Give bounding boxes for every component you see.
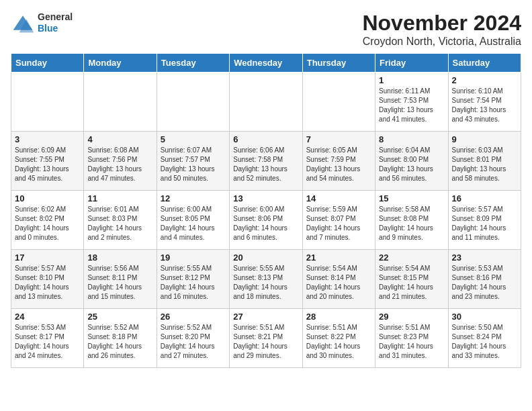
calendar-cell: 28Sunrise: 5:51 AM Sunset: 8:22 PM Dayli… bbox=[302, 309, 375, 368]
weekday-sunday: Sunday bbox=[11, 54, 84, 73]
calendar-week-4: 17Sunrise: 5:57 AM Sunset: 8:10 PM Dayli… bbox=[11, 250, 521, 309]
logo-text: General Blue bbox=[38, 11, 73, 34]
day-number: 4 bbox=[87, 134, 152, 144]
day-number: 19 bbox=[161, 253, 226, 263]
day-info: Sunrise: 5:53 AM Sunset: 8:17 PM Dayligh… bbox=[15, 323, 80, 361]
day-info: Sunrise: 6:08 AM Sunset: 7:56 PM Dayligh… bbox=[87, 146, 152, 183]
day-info: Sunrise: 5:57 AM Sunset: 8:09 PM Dayligh… bbox=[452, 205, 517, 242]
calendar-cell: 19Sunrise: 5:55 AM Sunset: 8:12 PM Dayli… bbox=[157, 250, 229, 309]
calendar-cell: 8Sunrise: 6:04 AM Sunset: 8:00 PM Daylig… bbox=[375, 132, 448, 191]
day-info: Sunrise: 5:54 AM Sunset: 8:14 PM Dayligh… bbox=[306, 264, 371, 302]
calendar-cell bbox=[230, 73, 302, 132]
day-info: Sunrise: 6:05 AM Sunset: 7:59 PM Dayligh… bbox=[306, 146, 371, 183]
calendar-cell: 22Sunrise: 5:54 AM Sunset: 8:15 PM Dayli… bbox=[375, 250, 448, 309]
day-info: Sunrise: 6:04 AM Sunset: 8:00 PM Dayligh… bbox=[379, 146, 444, 183]
calendar-cell: 30Sunrise: 5:50 AM Sunset: 8:24 PM Dayli… bbox=[448, 309, 521, 368]
calendar-cell bbox=[302, 73, 375, 132]
weekday-thursday: Thursday bbox=[302, 54, 375, 73]
month-title: November 2024 bbox=[362, 11, 521, 36]
day-number: 17 bbox=[15, 253, 80, 263]
day-info: Sunrise: 6:09 AM Sunset: 7:55 PM Dayligh… bbox=[15, 146, 80, 183]
calendar-week-2: 3Sunrise: 6:09 AM Sunset: 7:55 PM Daylig… bbox=[11, 132, 521, 191]
day-number: 23 bbox=[452, 253, 517, 263]
day-info: Sunrise: 5:52 AM Sunset: 8:20 PM Dayligh… bbox=[161, 323, 226, 361]
day-info: Sunrise: 6:00 AM Sunset: 8:05 PM Dayligh… bbox=[161, 205, 226, 242]
day-info: Sunrise: 5:59 AM Sunset: 8:07 PM Dayligh… bbox=[306, 205, 371, 242]
day-number: 28 bbox=[306, 312, 371, 322]
calendar-cell: 27Sunrise: 5:51 AM Sunset: 8:21 PM Dayli… bbox=[230, 309, 302, 368]
calendar-cell: 7Sunrise: 6:05 AM Sunset: 7:59 PM Daylig… bbox=[302, 132, 375, 191]
calendar-cell: 16Sunrise: 5:57 AM Sunset: 8:09 PM Dayli… bbox=[448, 191, 521, 250]
calendar-cell: 23Sunrise: 5:53 AM Sunset: 8:16 PM Dayli… bbox=[448, 250, 521, 309]
calendar-cell: 25Sunrise: 5:52 AM Sunset: 8:18 PM Dayli… bbox=[84, 309, 157, 368]
calendar-week-3: 10Sunrise: 6:02 AM Sunset: 8:02 PM Dayli… bbox=[11, 191, 521, 250]
location-title: Croydon North, Victoria, Australia bbox=[362, 36, 521, 48]
day-number: 25 bbox=[87, 312, 152, 322]
weekday-wednesday: Wednesday bbox=[230, 54, 302, 73]
day-number: 26 bbox=[161, 312, 226, 322]
weekday-tuesday: Tuesday bbox=[157, 54, 229, 73]
day-number: 6 bbox=[233, 134, 298, 144]
day-number: 30 bbox=[452, 312, 517, 322]
day-info: Sunrise: 6:07 AM Sunset: 7:57 PM Dayligh… bbox=[161, 146, 226, 183]
day-info: Sunrise: 5:52 AM Sunset: 8:18 PM Dayligh… bbox=[87, 323, 152, 361]
day-info: Sunrise: 5:53 AM Sunset: 8:16 PM Dayligh… bbox=[452, 264, 517, 302]
day-number: 21 bbox=[306, 253, 371, 263]
day-number: 7 bbox=[306, 134, 371, 144]
day-number: 20 bbox=[233, 253, 298, 263]
calendar-cell: 21Sunrise: 5:54 AM Sunset: 8:14 PM Dayli… bbox=[302, 250, 375, 309]
day-number: 3 bbox=[15, 134, 80, 144]
calendar-cell bbox=[84, 73, 157, 132]
day-number: 14 bbox=[306, 193, 371, 203]
day-number: 29 bbox=[379, 312, 444, 322]
day-info: Sunrise: 5:56 AM Sunset: 8:11 PM Dayligh… bbox=[87, 264, 152, 302]
day-info: Sunrise: 6:01 AM Sunset: 8:03 PM Dayligh… bbox=[87, 205, 152, 242]
day-number: 5 bbox=[161, 134, 226, 144]
calendar-cell: 4Sunrise: 6:08 AM Sunset: 7:56 PM Daylig… bbox=[84, 132, 157, 191]
logo-icon bbox=[11, 11, 35, 35]
calendar-cell: 14Sunrise: 5:59 AM Sunset: 8:07 PM Dayli… bbox=[302, 191, 375, 250]
calendar-cell: 5Sunrise: 6:07 AM Sunset: 7:57 PM Daylig… bbox=[157, 132, 229, 191]
day-number: 10 bbox=[15, 193, 80, 203]
calendar-cell: 1Sunrise: 6:11 AM Sunset: 7:53 PM Daylig… bbox=[375, 73, 448, 132]
day-info: Sunrise: 5:55 AM Sunset: 8:12 PM Dayligh… bbox=[161, 264, 226, 302]
day-number: 11 bbox=[87, 193, 152, 203]
calendar-cell: 18Sunrise: 5:56 AM Sunset: 8:11 PM Dayli… bbox=[84, 250, 157, 309]
day-number: 16 bbox=[452, 193, 517, 203]
weekday-saturday: Saturday bbox=[448, 54, 521, 73]
header: General Blue November 2024 Croydon North… bbox=[11, 11, 521, 48]
day-number: 1 bbox=[379, 75, 444, 85]
day-info: Sunrise: 6:11 AM Sunset: 7:53 PM Dayligh… bbox=[379, 87, 444, 124]
calendar-cell: 24Sunrise: 5:53 AM Sunset: 8:17 PM Dayli… bbox=[11, 309, 84, 368]
day-number: 18 bbox=[87, 253, 152, 263]
day-number: 27 bbox=[233, 312, 298, 322]
calendar-week-5: 24Sunrise: 5:53 AM Sunset: 8:17 PM Dayli… bbox=[11, 309, 521, 368]
calendar-week-1: 1Sunrise: 6:11 AM Sunset: 7:53 PM Daylig… bbox=[11, 73, 521, 132]
day-number: 8 bbox=[379, 134, 444, 144]
calendar-cell: 20Sunrise: 5:55 AM Sunset: 8:13 PM Dayli… bbox=[230, 250, 302, 309]
day-number: 22 bbox=[379, 253, 444, 263]
calendar-cell: 2Sunrise: 6:10 AM Sunset: 7:54 PM Daylig… bbox=[448, 73, 521, 132]
day-info: Sunrise: 6:02 AM Sunset: 8:02 PM Dayligh… bbox=[15, 205, 80, 242]
day-info: Sunrise: 5:57 AM Sunset: 8:10 PM Dayligh… bbox=[15, 264, 80, 302]
calendar-cell: 6Sunrise: 6:06 AM Sunset: 7:58 PM Daylig… bbox=[230, 132, 302, 191]
day-info: Sunrise: 6:03 AM Sunset: 8:01 PM Dayligh… bbox=[452, 146, 517, 183]
day-number: 9 bbox=[452, 134, 517, 144]
weekday-friday: Friday bbox=[375, 54, 448, 73]
day-info: Sunrise: 6:00 AM Sunset: 8:06 PM Dayligh… bbox=[233, 205, 298, 242]
day-number: 12 bbox=[161, 193, 226, 203]
calendar-table: SundayMondayTuesdayWednesdayThursdayFrid… bbox=[11, 53, 521, 368]
calendar-cell: 12Sunrise: 6:00 AM Sunset: 8:05 PM Dayli… bbox=[157, 191, 229, 250]
day-info: Sunrise: 6:06 AM Sunset: 7:58 PM Dayligh… bbox=[233, 146, 298, 183]
day-info: Sunrise: 5:55 AM Sunset: 8:13 PM Dayligh… bbox=[233, 264, 298, 302]
calendar-cell: 26Sunrise: 5:52 AM Sunset: 8:20 PM Dayli… bbox=[157, 309, 229, 368]
day-info: Sunrise: 6:10 AM Sunset: 7:54 PM Dayligh… bbox=[452, 87, 517, 124]
day-info: Sunrise: 5:54 AM Sunset: 8:15 PM Dayligh… bbox=[379, 264, 444, 302]
calendar-cell bbox=[11, 73, 84, 132]
calendar-cell bbox=[157, 73, 229, 132]
calendar-cell: 13Sunrise: 6:00 AM Sunset: 8:06 PM Dayli… bbox=[230, 191, 302, 250]
calendar-cell: 29Sunrise: 5:51 AM Sunset: 8:23 PM Dayli… bbox=[375, 309, 448, 368]
calendar-cell: 3Sunrise: 6:09 AM Sunset: 7:55 PM Daylig… bbox=[11, 132, 84, 191]
day-info: Sunrise: 5:50 AM Sunset: 8:24 PM Dayligh… bbox=[452, 323, 517, 361]
day-info: Sunrise: 5:58 AM Sunset: 8:08 PM Dayligh… bbox=[379, 205, 444, 242]
